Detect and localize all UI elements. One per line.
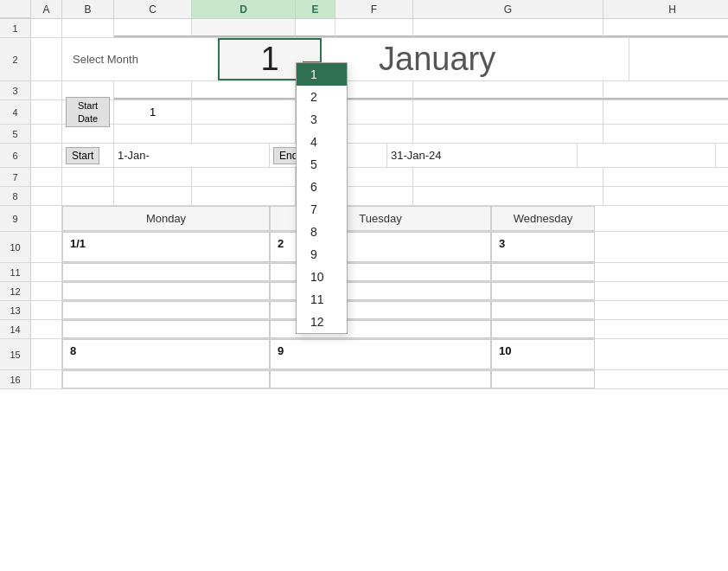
end-date-full: 31-Jan-24	[391, 149, 442, 162]
col-header-f: F	[335, 0, 413, 18]
cell-5g	[413, 125, 603, 143]
row-num-16: 16	[0, 370, 31, 388]
dropdown-item-5[interactable]: 5	[297, 153, 347, 176]
row-num-3: 3	[0, 81, 31, 99]
cell-8h	[603, 187, 728, 205]
col-header-h: H	[603, 0, 728, 18]
row-16: 16	[0, 370, 728, 389]
dropdown-item-12[interactable]: 12	[297, 311, 347, 333]
cell-4b: Start Date	[62, 100, 114, 124]
row-num-7: 7	[0, 168, 31, 186]
dropdown-item-2[interactable]: 2	[297, 86, 347, 108]
row-num-2: 2	[0, 38, 31, 80]
row-8: 8	[0, 187, 728, 206]
dropdown-item-8[interactable]: 8	[297, 221, 347, 243]
cal-day-wednesday: Wednesday	[514, 212, 572, 225]
cell-1e	[296, 19, 335, 37]
cell-5c	[114, 125, 192, 143]
start-date-full: 1-Jan-	[118, 149, 150, 162]
row-num-6: 6	[0, 144, 31, 167]
cell-6a	[31, 144, 62, 167]
corner-cell	[0, 0, 31, 18]
column-headers: A B C D E F G H	[0, 0, 728, 19]
cal-day-tuesday: Tuesday	[359, 212, 401, 225]
dropdown-item-9[interactable]: 9	[297, 243, 347, 266]
cell-1b	[62, 19, 114, 37]
cell-12-monday	[62, 282, 270, 300]
cell-12a	[31, 282, 62, 300]
cell-3c	[114, 81, 192, 99]
cell-16-wednesday	[491, 370, 595, 388]
col-header-c: C	[114, 0, 192, 18]
cell-11-wednesday	[491, 263, 595, 281]
row-num-15: 15	[0, 339, 31, 369]
cell-13-monday	[62, 301, 270, 319]
row-num-5: 5	[0, 125, 31, 143]
row-num-11: 11	[0, 263, 31, 281]
dropdown-item-3[interactable]: 3	[297, 108, 347, 131]
grid-body: 1 2 Select Month 1 ▼	[0, 19, 728, 389]
col-header-a: A	[31, 0, 62, 18]
cell-4d	[192, 100, 296, 124]
dropdown-item-1[interactable]: 1	[297, 63, 347, 86]
cell-8a	[31, 187, 62, 205]
row-num-4: 4	[0, 100, 31, 124]
cell-7c	[114, 168, 192, 186]
cell-16a	[31, 370, 62, 388]
cell-6h	[578, 144, 716, 167]
cell-8c	[114, 187, 192, 205]
end-value-cell: 31-Jan-24	[387, 144, 578, 167]
row-num-1: 1	[0, 19, 31, 37]
cell-5a	[31, 125, 62, 143]
cell-15-wednesday: 10	[491, 339, 595, 369]
row-num-10: 10	[0, 232, 31, 262]
cell-8b	[62, 187, 114, 205]
cal-header-monday: Monday	[62, 206, 270, 231]
cell-12-wednesday	[491, 282, 595, 300]
row-2: 2 Select Month 1 ▼ January	[0, 38, 728, 81]
cell-9a	[31, 206, 62, 231]
col-header-e: E	[296, 0, 335, 18]
col-header-d: D	[192, 0, 296, 18]
cell-4h	[603, 100, 728, 124]
dropdown-item-7[interactable]: 7	[297, 198, 347, 221]
cell-10a	[31, 232, 62, 262]
row-6: 6 Start 1-Jan- End 31-Jan-24	[0, 144, 728, 168]
cal-day-1-1: 1/1	[67, 235, 89, 252]
row-num-9: 9	[0, 206, 31, 231]
dropdown-item-11[interactable]: 11	[297, 288, 347, 311]
cell-14-monday	[62, 320, 270, 338]
start-date-value: 1	[150, 106, 156, 119]
cal-day-8: 8	[67, 343, 80, 359]
cell-15-monday: 8	[62, 339, 270, 369]
row-num-8: 8	[0, 187, 31, 205]
cell-3g	[413, 81, 603, 99]
row-11: 11	[0, 263, 728, 282]
cell-14a	[31, 320, 62, 338]
cell-7b	[62, 168, 114, 186]
cal-day-10: 10	[495, 343, 514, 359]
cell-13-wednesday	[491, 301, 595, 319]
month-dropdown-list[interactable]: 123456789101112	[296, 62, 348, 334]
row-num-12: 12	[0, 282, 31, 300]
cell-6b: Start	[62, 144, 114, 167]
select-month-label-cell: Select Month	[62, 38, 218, 80]
cell-4c: 1	[114, 100, 192, 124]
cal-header-wednesday: Wednesday	[491, 206, 595, 231]
month-name-cell: January	[361, 38, 629, 80]
cell-7h	[603, 168, 728, 186]
dropdown-item-6[interactable]: 6	[297, 176, 347, 198]
col-header-b: B	[62, 0, 114, 18]
row-1: 1	[0, 19, 728, 38]
cell-3a	[31, 81, 62, 99]
row-13: 13	[0, 301, 728, 320]
cell-5d	[192, 125, 296, 143]
cell-7g	[413, 168, 603, 186]
start-value-cell: 1-Jan-	[114, 144, 270, 167]
cell-16-monday	[62, 370, 270, 388]
dropdown-item-10[interactable]: 10	[297, 266, 347, 288]
cal-day-2: 2	[274, 235, 287, 252]
dropdown-item-4[interactable]: 4	[297, 131, 347, 153]
cell-15-tuesday: 9	[270, 339, 491, 369]
cell-1g	[413, 19, 603, 37]
